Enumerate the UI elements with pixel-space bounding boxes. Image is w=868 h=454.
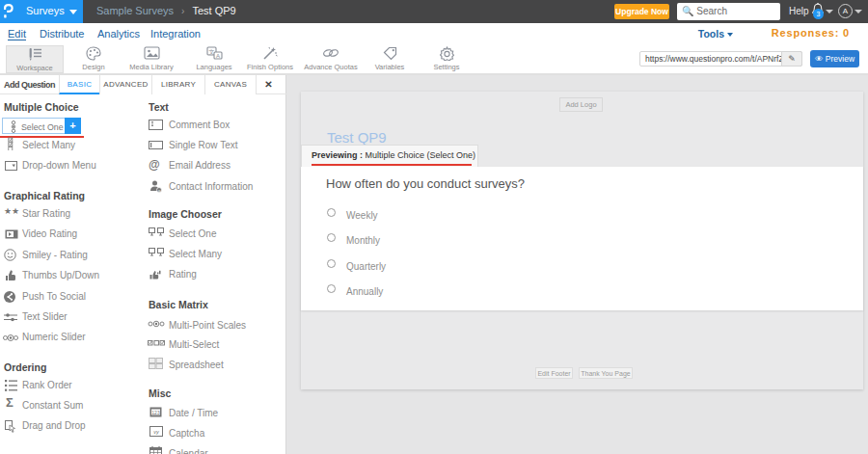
svg-text:123: 123: [151, 410, 160, 415]
svg-text:vy: vy: [153, 429, 160, 435]
svg-text:A: A: [215, 53, 219, 59]
